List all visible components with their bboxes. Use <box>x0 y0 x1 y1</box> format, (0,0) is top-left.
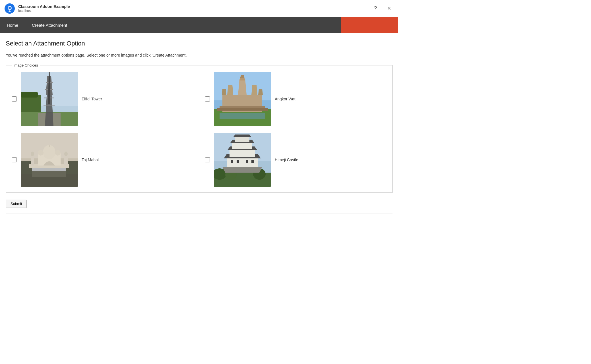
titlebar: Classroom Addon Example localhost ? × <box>0 0 398 17</box>
app-icon <box>5 3 15 14</box>
svg-rect-14 <box>44 98 54 98</box>
svg-rect-59 <box>230 150 255 157</box>
label-taj: Taj Mahal <box>82 158 99 162</box>
app-info: Classroom Addon Example localhost <box>18 4 70 13</box>
svg-marker-27 <box>222 89 226 95</box>
bottom-divider <box>6 214 392 214</box>
svg-rect-7 <box>21 92 38 98</box>
svg-rect-69 <box>246 160 248 163</box>
checkbox-angkor[interactable] <box>205 96 210 102</box>
svg-marker-28 <box>258 89 263 95</box>
help-icon: ? <box>374 5 377 12</box>
close-icon: × <box>387 5 391 12</box>
svg-marker-64 <box>233 135 251 137</box>
description: You've reached the attachment options pa… <box>6 53 392 57</box>
image-option-himeji: Himeji Castle <box>205 133 387 187</box>
svg-point-2 <box>9 7 11 9</box>
page-heading: Select an Attachment Option <box>6 40 392 47</box>
image-eiffel <box>21 72 78 126</box>
svg-rect-30 <box>217 108 268 111</box>
nav-accent <box>341 17 398 33</box>
svg-point-39 <box>43 145 55 159</box>
label-eiffel: Eiffel Tower <box>82 97 102 101</box>
svg-rect-20 <box>220 113 265 119</box>
nav-home[interactable]: Home <box>0 17 25 33</box>
svg-rect-61 <box>232 143 252 149</box>
help-button[interactable]: ? <box>371 4 380 13</box>
close-button[interactable]: × <box>385 4 394 13</box>
svg-rect-70 <box>251 160 254 163</box>
svg-point-45 <box>38 150 44 156</box>
checkbox-eiffel[interactable] <box>12 96 17 102</box>
svg-marker-22 <box>238 79 247 95</box>
submit-button[interactable]: Submit <box>6 200 27 208</box>
svg-rect-12 <box>46 82 53 83</box>
image-angkor <box>214 72 271 126</box>
svg-marker-26 <box>251 85 257 95</box>
svg-rect-15 <box>44 105 55 106</box>
navbar: Home Create Attachment <box>0 17 398 33</box>
svg-point-42 <box>31 152 34 156</box>
titlebar-left: Classroom Addon Example localhost <box>5 3 70 14</box>
checkbox-taj[interactable] <box>12 157 17 162</box>
image-option-taj: Taj Mahal <box>12 133 193 187</box>
svg-point-44 <box>64 152 68 156</box>
checkbox-himeji[interactable] <box>205 157 210 162</box>
titlebar-right: ? × <box>371 4 394 13</box>
image-himeji <box>214 133 271 187</box>
label-himeji: Himeji Castle <box>275 158 298 162</box>
nav-create-attachment[interactable]: Create Attachment <box>25 17 74 33</box>
svg-point-46 <box>55 150 61 156</box>
main-content: Select an Attachment Option You've reach… <box>0 33 398 221</box>
label-angkor: Angkor Wat <box>275 97 296 101</box>
svg-rect-63 <box>235 137 249 142</box>
svg-marker-55 <box>222 167 262 173</box>
image-taj <box>21 133 78 187</box>
svg-rect-68 <box>237 160 239 163</box>
image-option-eiffel: Eiffel Tower <box>12 72 193 126</box>
fieldset-legend: Image Choices <box>12 63 40 67</box>
app-url: localhost <box>18 9 70 13</box>
image-grid: Eiffel Tower <box>12 72 387 187</box>
svg-rect-48 <box>32 171 66 177</box>
svg-rect-67 <box>231 160 233 163</box>
app-title: Classroom Addon Example <box>18 4 70 9</box>
image-option-angkor: Angkor Wat <box>205 72 387 126</box>
image-choices-fieldset: Image Choices <box>6 63 392 193</box>
svg-marker-25 <box>227 85 233 95</box>
svg-rect-13 <box>45 89 53 90</box>
